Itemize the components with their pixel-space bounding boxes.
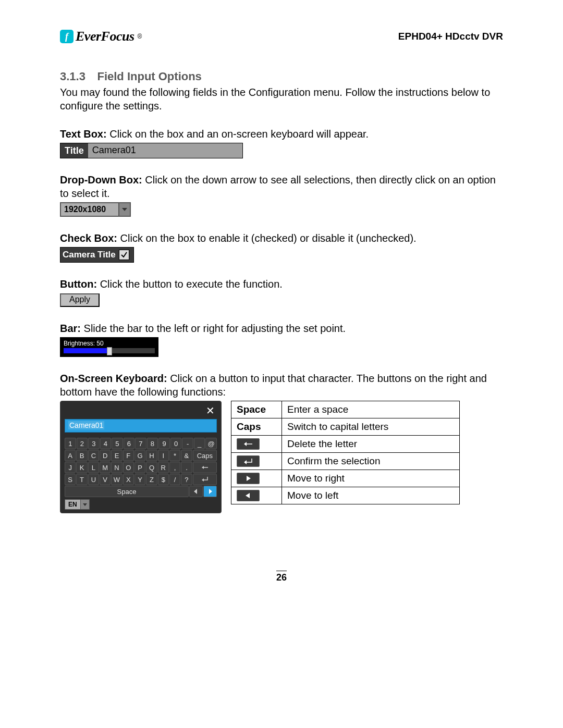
- arrow-right-key[interactable]: [203, 486, 217, 497]
- osk-description: On-Screen Keyboard: Click on a button to…: [60, 372, 503, 399]
- key--[interactable]: -: [182, 438, 193, 449]
- key-*[interactable]: *: [169, 450, 180, 461]
- bar-block: Bar: Slide the bar to the left or right …: [60, 322, 503, 357]
- key-8[interactable]: 8: [147, 438, 158, 449]
- key-6[interactable]: 6: [124, 438, 135, 449]
- dropdown-block: Drop-Down Box: Click on the down arrow t…: [60, 173, 503, 217]
- key-9[interactable]: 9: [158, 438, 170, 449]
- bar-label: Bar:: [60, 323, 81, 334]
- key-4[interactable]: 4: [100, 438, 112, 449]
- key-e[interactable]: E: [111, 450, 122, 461]
- language-selector[interactable]: EN: [65, 499, 81, 510]
- slider-thumb[interactable]: [107, 347, 112, 355]
- legend-key: [231, 436, 282, 453]
- svg-marker-0: [122, 208, 127, 211]
- key-m[interactable]: M: [100, 462, 111, 473]
- legend-key: [231, 453, 282, 470]
- space-key[interactable]: Space: [65, 486, 189, 497]
- dropdown-label: Drop-Down Box:: [60, 174, 142, 186]
- key-i[interactable]: I: [158, 450, 169, 461]
- key-b[interactable]: B: [76, 450, 87, 461]
- key-2[interactable]: 2: [77, 438, 88, 449]
- key-_[interactable]: _: [194, 438, 205, 449]
- dropdown-example[interactable]: 1920x1080: [60, 202, 131, 217]
- svg-marker-11: [246, 493, 250, 498]
- key-h[interactable]: H: [146, 450, 157, 461]
- apply-button[interactable]: Apply: [60, 293, 100, 307]
- legend-key: Space: [231, 401, 282, 418]
- key-z[interactable]: Z: [146, 474, 157, 485]
- checkbox-block: Check Box: Click on the box to enable it…: [60, 231, 503, 263]
- key-/[interactable]: /: [169, 474, 180, 485]
- key-t[interactable]: T: [76, 474, 87, 485]
- page-header: f EverFocus ® EPHD04+ HDcctv DVR: [60, 29, 503, 44]
- dropdown-description: Drop-Down Box: Click on the down arrow t…: [60, 173, 503, 200]
- key-.[interactable]: .: [181, 462, 192, 473]
- dropdown-value: 1920x1080: [61, 203, 118, 216]
- checkbox-label: Check Box:: [60, 232, 117, 244]
- textbox-field-value[interactable]: Camera01: [88, 143, 242, 158]
- slider-example: Brightness: 50: [60, 337, 158, 357]
- svg-marker-10: [247, 476, 251, 481]
- checkbox-desc-text: Click on the box to enable it (checked) …: [117, 232, 417, 244]
- key-s[interactable]: S: [65, 474, 76, 485]
- backspace-icon: [237, 438, 260, 450]
- close-icon[interactable]: ✕: [204, 405, 217, 416]
- checkbox-checked-icon[interactable]: [119, 250, 129, 260]
- key-v[interactable]: V: [100, 474, 111, 485]
- key-g[interactable]: G: [134, 450, 145, 461]
- osk-input-value: Camera01: [68, 421, 104, 429]
- key-caps[interactable]: Caps: [193, 450, 217, 461]
- key-f[interactable]: F: [123, 450, 134, 461]
- key-x[interactable]: X: [123, 474, 134, 485]
- key-q[interactable]: Q: [146, 462, 157, 473]
- section-heading: 3.1.3 Field Input Options: [60, 69, 503, 83]
- intro-paragraph: You may found the following fields in th…: [60, 85, 503, 113]
- checkbox-example[interactable]: Camera Title: [60, 247, 134, 263]
- key-p[interactable]: P: [134, 462, 145, 473]
- key-y[interactable]: Y: [134, 474, 145, 485]
- key-3[interactable]: 3: [88, 438, 100, 449]
- key-&[interactable]: &: [181, 450, 192, 461]
- left-icon: [237, 490, 260, 501]
- key-d[interactable]: D: [100, 450, 111, 461]
- key-j[interactable]: J: [65, 462, 76, 473]
- key-r[interactable]: R: [158, 462, 169, 473]
- enter-icon: [237, 455, 260, 467]
- slider-track[interactable]: [64, 348, 155, 353]
- key-7[interactable]: 7: [135, 438, 146, 449]
- key-0[interactable]: 0: [170, 438, 182, 449]
- legend-desc: Move to right: [282, 470, 460, 487]
- legend-row: Confirm the selection: [231, 453, 460, 470]
- legend-key: Caps: [231, 418, 282, 436]
- key-k[interactable]: K: [76, 462, 87, 473]
- chevron-down-icon[interactable]: [118, 203, 130, 216]
- key-a[interactable]: A: [65, 450, 76, 461]
- key-5[interactable]: 5: [112, 438, 123, 449]
- key-$[interactable]: $: [158, 474, 169, 485]
- arrow-left-key[interactable]: [189, 486, 203, 497]
- legend-row: Delete the letter: [231, 436, 460, 453]
- svg-marker-6: [83, 503, 87, 506]
- chevron-down-icon[interactable]: [81, 499, 90, 510]
- osk-input-field[interactable]: Camera01: [65, 419, 217, 433]
- legend-desc: Confirm the selection: [282, 453, 460, 470]
- key-u[interactable]: U: [88, 474, 99, 485]
- svg-marker-5: [209, 489, 212, 494]
- key-,[interactable]: ,: [169, 462, 180, 473]
- key-n[interactable]: N: [111, 462, 122, 473]
- section-number: 3.1.3: [60, 70, 85, 83]
- button-label: Button:: [60, 278, 97, 290]
- key-@[interactable]: @: [205, 438, 217, 449]
- key-w[interactable]: W: [111, 474, 122, 485]
- key-l[interactable]: L: [88, 462, 99, 473]
- key-←[interactable]: [193, 462, 217, 473]
- key-↵[interactable]: [193, 474, 217, 485]
- key-c[interactable]: C: [88, 450, 99, 461]
- key-1[interactable]: 1: [65, 438, 76, 449]
- key-o[interactable]: O: [123, 462, 134, 473]
- key-?[interactable]: ?: [181, 474, 192, 485]
- bar-description: Bar: Slide the bar to the left or right …: [60, 322, 503, 335]
- legend-desc: Switch to capital letters: [282, 418, 460, 436]
- registered-mark: ®: [138, 33, 142, 40]
